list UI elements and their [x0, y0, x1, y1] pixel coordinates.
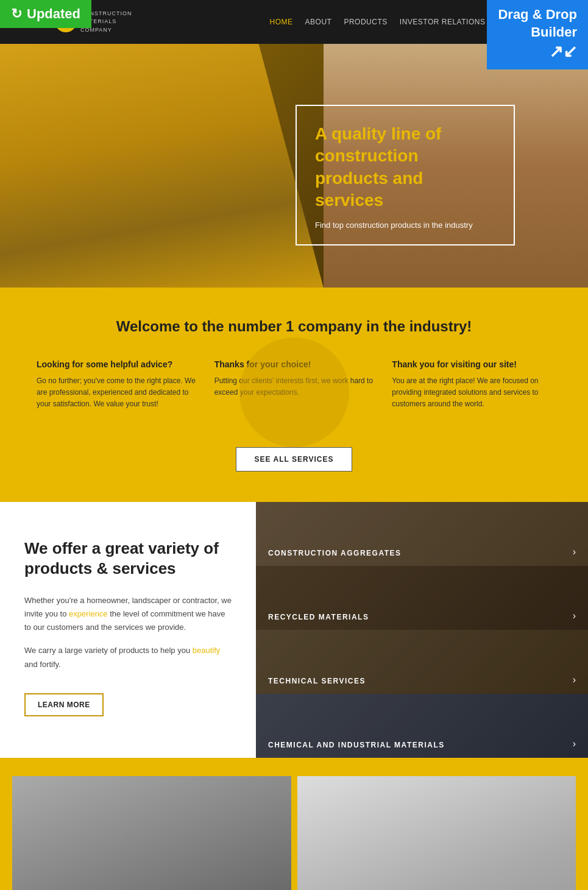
- nav-item-home[interactable]: HOME: [270, 18, 293, 26]
- beautify-link[interactable]: beautify: [193, 646, 221, 655]
- product-arrow-4: ›: [573, 738, 576, 749]
- nav-item-investor[interactable]: INVESTOR RELATIONS: [400, 18, 486, 26]
- products-description: We offer a great variety of products & s…: [0, 502, 256, 758]
- welcome-columns: Looking for some helpful advice? Go no f…: [37, 359, 551, 411]
- gallery-section: [0, 758, 588, 890]
- product-arrow-2: ›: [573, 610, 576, 621]
- hero-subtitle: Find top construction products in the in…: [315, 221, 495, 230]
- gallery-image-1: [12, 776, 291, 890]
- gallery-image-4: [297, 776, 576, 890]
- product-label-2: RECYCLED MATERIALS: [268, 613, 369, 621]
- product-item-3[interactable]: TECHNICAL SERVICES ›: [256, 630, 588, 694]
- nav-item-products[interactable]: PRODUCTS: [344, 18, 387, 26]
- welcome-col3-heading: Thank you for visiting our site!: [392, 359, 551, 369]
- welcome-section: Welcome to the number 1 company in the i…: [0, 288, 588, 502]
- updated-badge: ↻ Updated: [0, 0, 91, 28]
- updated-label: Updated: [27, 6, 80, 22]
- products-section: We offer a great variety of products & s…: [0, 502, 588, 758]
- product-item-1[interactable]: CONSTRUCTION AGGREGATES ›: [256, 502, 588, 566]
- drag-drop-icon: ↗↙: [498, 41, 577, 63]
- dnd-badge: Drag & DropBuilder ↗↙: [487, 0, 588, 69]
- experience-link[interactable]: experience: [69, 609, 108, 618]
- deco-circle: [239, 337, 349, 447]
- welcome-col-3: Thank you for visiting our site! You are…: [392, 359, 551, 411]
- product-label-4: CHEMICAL AND INDUSTRIAL MATERIALS: [268, 741, 445, 749]
- products-heading: We offer a great variety of products & s…: [24, 539, 232, 580]
- product-label-3: TECHNICAL SERVICES: [268, 677, 366, 685]
- welcome-col1-text: Go no further; you've come to the right …: [37, 375, 196, 411]
- product-label-1: CONSTRUCTION AGGREGATES: [268, 549, 402, 557]
- product-arrow-3: ›: [573, 674, 576, 685]
- products-para2: We carry a large variety of products to …: [24, 644, 232, 671]
- learn-more-button[interactable]: LEARN MORE: [24, 693, 104, 716]
- hero-content-box: A quality line of construction products …: [296, 105, 515, 245]
- products-list: CONSTRUCTION AGGREGATES › RECYCLED MATER…: [256, 502, 588, 758]
- welcome-col3-text: You are at the right place! We are focus…: [392, 375, 551, 411]
- nav-item-about[interactable]: ABOUT: [305, 18, 332, 26]
- welcome-col-1: Looking for some helpful advice? Go no f…: [37, 359, 196, 411]
- see-all-services-button[interactable]: SEE ALL SERVICES: [236, 447, 353, 471]
- product-item-2[interactable]: RECYCLED MATERIALS ›: [256, 566, 588, 630]
- refresh-icon: ↻: [11, 6, 22, 22]
- gallery-col-right: [297, 776, 576, 890]
- product-arrow-1: ›: [573, 546, 576, 557]
- gallery-col-left: [12, 776, 291, 890]
- hero-title: A quality line of construction products …: [315, 123, 495, 212]
- welcome-col1-heading: Looking for some helpful advice?: [37, 359, 196, 369]
- welcome-title: Welcome to the number 1 company in the i…: [37, 318, 551, 335]
- products-para1: Whether you're a homeowner, landscaper o…: [24, 594, 232, 634]
- hero-section: A quality line of construction products …: [0, 44, 588, 288]
- dnd-label: Drag & DropBuilder: [498, 7, 577, 40]
- product-item-4[interactable]: CHEMICAL AND INDUSTRIAL MATERIALS ›: [256, 694, 588, 758]
